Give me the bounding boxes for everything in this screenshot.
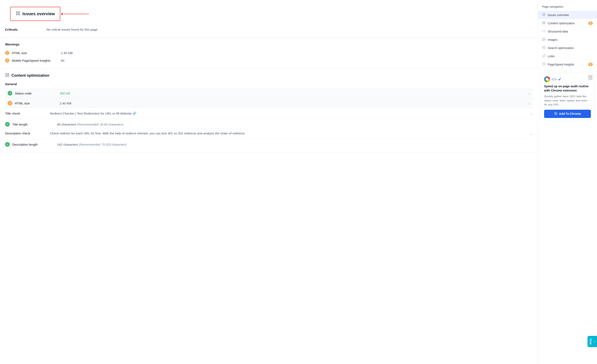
content-opt-title: Content optimization	[11, 73, 49, 78]
svg-rect-15	[544, 23, 545, 24]
chat-dot	[594, 341, 595, 342]
promo-description: Quickly gather basic SEO data like statu…	[544, 94, 591, 107]
warning-icon-pagespeed: !	[5, 58, 9, 63]
description-length-row: ✓ Description length 142 characters (Rec…	[5, 141, 533, 148]
general-items: ✓ Status code 200 OK ⌄ ! HTML size 2.40 …	[5, 88, 533, 108]
sidebar: Page navigation Issues overview Content …	[538, 0, 597, 364]
html-size-row[interactable]: ! HTML size 2.40 MB ⌄	[8, 98, 530, 108]
issues-overview-header: Issues overview	[10, 7, 60, 21]
title-check-subsection: Title check Redirect Checker | Test Redi…	[5, 111, 533, 128]
sidebar-label-issues-overview: Issues overview	[548, 13, 593, 17]
svg-rect-11	[544, 15, 545, 16]
sidebar-item-issues-overview[interactable]: Issues overview	[538, 11, 597, 19]
issues-overview-icon	[16, 11, 20, 17]
images-nav-icon	[542, 38, 546, 42]
warning-html-size: ! HTML size 2.40 MB	[5, 49, 533, 57]
status-code-chevron: ⌄	[527, 91, 530, 95]
warning-value-pagespeed: 80	[61, 59, 64, 62]
code-icon: </>	[551, 77, 557, 82]
general-subsection: General ✓ Status code 200 OK ⌄ ! HTML si…	[5, 82, 533, 108]
svg-rect-2	[16, 14, 17, 15]
content-opt-nav-icon	[542, 21, 546, 25]
chrome-icon	[544, 76, 550, 82]
html-size-chevron: ⌄	[527, 101, 530, 105]
checkmark-blue-icon: ✔	[558, 77, 562, 82]
promo-icons: </> ✔	[544, 76, 591, 82]
title-length-label: Title length	[12, 123, 55, 126]
html-size-label: HTML size	[15, 101, 57, 105]
svg-rect-3	[18, 14, 20, 15]
svg-point-17	[543, 39, 544, 39]
description-length-label: Description length	[12, 143, 55, 146]
sidebar-label-images: Images	[548, 38, 593, 41]
sidebar-badge-pagespeed-insights: 1	[588, 63, 593, 66]
title-check-chevron: ⌄	[530, 111, 533, 115]
title-check-label-main: Title check	[5, 112, 47, 115]
warnings-section: Warnings ! HTML size 2.40 MB ! Mobile Pa…	[0, 38, 538, 69]
title-length-row: ✓ Title length 60 characters (Recommende…	[5, 121, 533, 128]
sidebar-item-content-optimization[interactable]: Content optimization 1	[538, 19, 597, 27]
sidebar-item-search-optimization[interactable]: Search optimization	[538, 44, 597, 52]
sidebar-badge-content-optimization: 1	[588, 22, 593, 25]
title-check-header-row[interactable]: Title check Redirect Checker | Test Redi…	[5, 111, 533, 118]
sidebar-item-images[interactable]: Images	[538, 36, 597, 44]
pagespeed-nav-icon	[542, 62, 546, 66]
sidebar-label-links: Links	[548, 54, 593, 58]
sidebar-item-pagespeed-insights[interactable]: PageSpeed Insights 1	[538, 60, 597, 68]
add-to-chrome-icon	[554, 112, 558, 116]
html-size-icon: !	[8, 101, 12, 106]
description-length-value: 142 characters (Recommended: 70-320 char…	[57, 143, 533, 146]
svg-rect-1	[18, 12, 20, 13]
sidebar-item-links[interactable]: Links	[538, 52, 597, 60]
criticals-section: Criticals No critical issues found for t…	[0, 21, 538, 38]
title-length-value: 60 characters (Recommended: 35-65 charac…	[57, 123, 533, 126]
status-code-label: Status code	[15, 91, 57, 95]
sidebar-label-structured-data: Structured data	[548, 30, 593, 33]
criticals-value: No critical issues found for this page	[47, 28, 98, 31]
issues-overview-nav-icon	[542, 13, 546, 17]
chat-button[interactable]: Chat	[588, 336, 597, 347]
structured-data-nav-icon	[542, 29, 546, 33]
warning-pagespeed: ! Mobile PageSpeed Insights 80	[5, 57, 533, 64]
svg-rect-7	[8, 76, 9, 77]
arrow-annotation	[61, 13, 89, 15]
description-length-icon: ✓	[5, 142, 10, 147]
links-nav-icon	[542, 54, 546, 58]
sidebar-item-structured-data[interactable]: Structured data	[538, 27, 597, 36]
promo-close-button[interactable]: ✕	[589, 75, 592, 80]
promo-title: Speed up on-page audit routine with Chro…	[544, 84, 591, 93]
svg-rect-9	[544, 13, 545, 14]
description-check-main-value: Check redirect for each URL for free. Wi…	[50, 131, 527, 135]
content-optimization-section: Content optimization General ✓ Status co…	[0, 69, 538, 152]
warning-icon-html-size: !	[5, 51, 9, 55]
description-check-label-main: Description check	[5, 131, 47, 135]
description-check-chevron: ⌄	[530, 131, 533, 136]
warnings-title: Warnings	[5, 43, 533, 46]
sidebar-title: Page navigation	[538, 3, 597, 11]
warning-label-pagespeed: Mobile PageSpeed Insights	[12, 59, 58, 62]
add-to-chrome-label: Add To Chrome	[559, 112, 581, 115]
criticals-label: Criticals	[5, 28, 43, 31]
svg-rect-4	[6, 74, 7, 75]
content-opt-icon	[5, 73, 9, 78]
warning-label-html-size: HTML size	[12, 51, 58, 55]
sidebar-label-pagespeed-insights: PageSpeed Insights	[548, 63, 586, 66]
search-opt-nav-icon	[542, 46, 546, 50]
promo-card: ✕ </> ✔ Speed up on-page audit routine w…	[541, 73, 595, 121]
svg-rect-13	[544, 22, 545, 23]
chat-label: Chat	[589, 338, 592, 345]
title-length-icon: ✓	[5, 122, 10, 127]
issues-header-title: Issues overview	[23, 11, 55, 16]
svg-rect-10	[543, 15, 544, 16]
add-to-chrome-button[interactable]: Add To Chrome	[544, 110, 591, 118]
sidebar-label-search-optimization: Search optimization	[548, 46, 593, 50]
content-opt-header: Content optimization	[5, 73, 533, 78]
svg-rect-0	[16, 12, 17, 13]
sidebar-label-content-optimization: Content optimization	[548, 22, 586, 25]
status-code-row[interactable]: ✓ Status code 200 OK ⌄	[8, 88, 530, 98]
title-check-main-value: Redirect Checker | Test Redirection for …	[50, 112, 527, 115]
svg-rect-14	[543, 23, 544, 24]
status-code-value: 200 OK	[60, 91, 525, 95]
description-check-header-row[interactable]: Description check Check redirect for eac…	[5, 131, 533, 138]
general-subtitle: General	[5, 82, 533, 86]
